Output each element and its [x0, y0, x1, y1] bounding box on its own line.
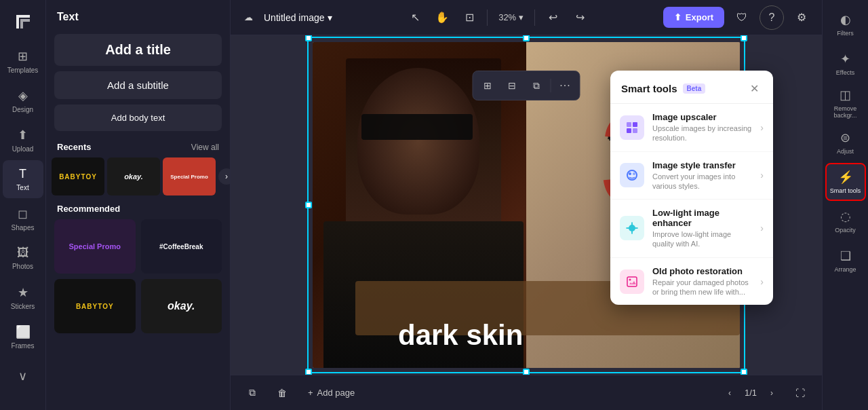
- more-icon: ∨: [18, 369, 27, 384]
- toolbar-tools: ↖ ✋ ⊡ 32% ▾ ↩ ↪: [403, 5, 592, 30]
- style-transfer-text: Image style transfer Convert your images…: [652, 160, 752, 191]
- export-button[interactable]: ⬆ Export: [663, 7, 724, 28]
- filters-icon: ◐: [840, 12, 851, 27]
- app-logo[interactable]: [3, 5, 43, 38]
- canvas-more-button[interactable]: ···: [554, 74, 577, 97]
- sidebar-item-upload[interactable]: ⬆ Upload: [3, 121, 43, 159]
- canvas-copy-button[interactable]: ⧉: [525, 74, 548, 97]
- sidebar-item-text[interactable]: T Text: [3, 160, 43, 198]
- sidebar-item-design[interactable]: ◈ Design: [3, 81, 43, 119]
- recommended-label: Recommended: [57, 204, 120, 214]
- next-page-button[interactable]: ›: [762, 384, 781, 403]
- view-all-button[interactable]: View all: [191, 143, 219, 152]
- canvas-wrapper[interactable]: ⊞ ⊟ ⧉ ··· Page 1 ↻: [231, 35, 822, 375]
- add-subtitle-button[interactable]: Add a subtitle: [54, 71, 222, 99]
- recent-item-special[interactable]: Special Promo: [163, 157, 216, 195]
- page-indicator: 1/1: [745, 388, 757, 398]
- handle-tr[interactable]: [741, 35, 747, 41]
- right-sidebar-filters[interactable]: ◐ Filters: [825, 5, 866, 43]
- sidebar-item-label: Stickers: [11, 303, 35, 310]
- smart-tools-title-row: Smart tools Beta: [621, 83, 705, 94]
- export-label: Export: [686, 12, 713, 22]
- sidebar-item-photos[interactable]: 🖼 Photos: [3, 239, 43, 277]
- remove-bg-label: Remove backgr...: [825, 105, 866, 119]
- sidebar-item-frames[interactable]: ⬜ Frames: [3, 318, 43, 356]
- rec-item-babytoy2[interactable]: BABYTOY: [54, 279, 136, 333]
- sidebar-item-stickers[interactable]: ★ Stickers: [3, 278, 43, 316]
- frames-icon: ⬜: [16, 324, 31, 339]
- sidebar-item-label: Text: [16, 184, 28, 191]
- add-title-button[interactable]: Add a title: [54, 34, 222, 66]
- right-sidebar: ◐ Filters ✦ Effects ◫ Remove backgr... ⊜…: [822, 0, 868, 410]
- title-dropdown-icon: ▾: [328, 12, 332, 23]
- cloud-save-button[interactable]: ☁: [239, 10, 258, 25]
- canvas-select-button[interactable]: ⊞: [476, 74, 499, 97]
- document-title[interactable]: Untitled image ▾: [264, 12, 332, 23]
- handle-bc[interactable]: [523, 369, 530, 375]
- photos-icon: 🖼: [17, 246, 29, 260]
- copy-page-button[interactable]: ⧉: [241, 382, 263, 404]
- smart-tools-image-upscaler[interactable]: Image upscaler Upscale images by increas…: [610, 104, 773, 152]
- pointer-tool-button[interactable]: ↖: [403, 5, 427, 30]
- handle-br[interactable]: [741, 369, 747, 375]
- rec-item-okay2[interactable]: okay.: [141, 279, 222, 333]
- style-transfer-chevron: ›: [760, 170, 764, 181]
- recent-item-okay[interactable]: okay.: [107, 157, 160, 195]
- rec-item-special-promo[interactable]: Special Promo: [54, 219, 136, 274]
- rec-item-coffee-break[interactable]: #CoffeeBreak: [141, 219, 222, 274]
- smart-tools-low-light[interactable]: Low-light image enhancer Improve low-lig…: [610, 200, 773, 258]
- sidebar-item-templates[interactable]: ⊞ Templates: [3, 42, 43, 80]
- prev-page-button[interactable]: ‹: [720, 384, 739, 403]
- right-sidebar-arrange[interactable]: ❑ Arrange: [825, 242, 866, 280]
- smart-tools-photo-restoration[interactable]: Old photo restoration Repair your damage…: [610, 258, 773, 305]
- canvas-toolbar: ⊞ ⊟ ⧉ ···: [473, 71, 580, 100]
- page-navigation: ‹ 1/1 ›: [720, 384, 781, 403]
- help-button[interactable]: ?: [760, 5, 784, 30]
- right-sidebar-smart-tools[interactable]: ⚡ Smart tools: [825, 163, 866, 201]
- redo-button[interactable]: ↪: [568, 5, 592, 30]
- sidebar-item-more[interactable]: ∨: [3, 357, 43, 395]
- right-sidebar-adjust[interactable]: ⊜ Adjust: [825, 124, 866, 162]
- handle-tl[interactable]: [305, 35, 312, 41]
- left-sidebar: ⊞ Templates ◈ Design ⬆ Upload T Text ◻ S…: [0, 0, 46, 410]
- recent-item-babytoy[interactable]: BABYTOY: [52, 157, 104, 195]
- handle-ml[interactable]: [305, 202, 312, 208]
- smart-tools-style-transfer[interactable]: Image style transfer Convert your images…: [610, 152, 773, 200]
- handle-bl[interactable]: [305, 369, 312, 375]
- sidebar-item-shapes[interactable]: ◻ Shapes: [3, 200, 43, 238]
- recents-header: Recents View all: [46, 134, 230, 157]
- toolbar-divider: [551, 79, 551, 92]
- settings-button[interactable]: ⚙: [789, 5, 814, 30]
- hand-tool-button[interactable]: ✋: [430, 5, 454, 30]
- add-page-button[interactable]: + Add page: [301, 384, 361, 402]
- smart-tools-close-button[interactable]: ✕: [746, 80, 762, 96]
- recommended-grid: Special Promo #CoffeeBreak BABYTOY okay.: [46, 219, 230, 341]
- canvas-group-button[interactable]: ⊟: [500, 74, 524, 97]
- upscaler-text: Image upscaler Upscale images by increas…: [652, 112, 752, 143]
- smart-tools-title: Smart tools: [621, 83, 677, 94]
- fullscreen-button[interactable]: ⛶: [789, 382, 811, 404]
- undo-button[interactable]: ↩: [540, 5, 565, 30]
- svg-point-5: [629, 172, 631, 175]
- right-sidebar-remove-bg[interactable]: ◫ Remove backgr...: [825, 84, 866, 122]
- photo-restoration-icon: [620, 269, 644, 294]
- right-sidebar-opacity[interactable]: ◌ Opacity: [825, 202, 866, 240]
- sidebar-item-label: Upload: [12, 145, 34, 153]
- adjust-label: Adjust: [837, 148, 854, 155]
- divider: [487, 10, 488, 26]
- handle-tc[interactable]: [523, 35, 530, 41]
- upscaler-chevron: ›: [760, 122, 764, 133]
- shield-button[interactable]: 🛡: [730, 5, 754, 30]
- svg-rect-8: [627, 277, 637, 286]
- smart-tools-sidebar-label: Smart tools: [830, 187, 861, 194]
- arrange-icon: ❑: [840, 248, 851, 263]
- recents-row: BABYTOY okay. Special Promo ›: [46, 157, 230, 195]
- delete-page-button[interactable]: 🗑: [271, 382, 293, 404]
- zoom-control[interactable]: 32% ▾: [493, 10, 529, 25]
- add-body-button[interactable]: Add body text: [54, 105, 222, 131]
- photo-restoration-text: Old photo restoration Repair your damage…: [652, 266, 752, 297]
- recents-next-button[interactable]: ›: [218, 168, 231, 185]
- right-sidebar-effects[interactable]: ✦ Effects: [825, 45, 866, 83]
- canvas-area: ☁ Untitled image ▾ ↖ ✋ ⊡ 32% ▾ ↩ ↪ ⬆ Exp…: [231, 0, 822, 410]
- layout-button[interactable]: ⊡: [457, 5, 481, 30]
